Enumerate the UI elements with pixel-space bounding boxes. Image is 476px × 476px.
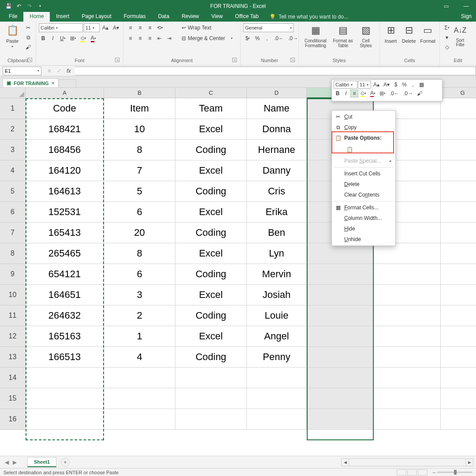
column-header-C[interactable]: C bbox=[175, 88, 247, 98]
row-header-16[interactable]: 16 bbox=[0, 409, 26, 430]
enter-icon[interactable]: ✓ bbox=[55, 67, 63, 75]
ctx-format-cells[interactable]: ▦Format Cells... bbox=[332, 202, 395, 213]
spreadsheet-grid[interactable]: ABCDEFG1CodeItemTeamName216842110ExcelDo… bbox=[0, 88, 476, 451]
cell-C13[interactable]: Coding bbox=[175, 347, 247, 368]
currency-icon[interactable]: $▾ bbox=[243, 34, 252, 43]
cell-G10[interactable] bbox=[441, 285, 476, 305]
format-painter-icon[interactable]: 🖌 bbox=[24, 43, 33, 52]
format-painter-icon[interactable]: 🖌 bbox=[415, 89, 424, 97]
cell-G4[interactable] bbox=[441, 160, 476, 181]
cell-styles-button[interactable]: ▧ Cell Styles bbox=[356, 23, 376, 48]
cell-E8[interactable] bbox=[307, 243, 374, 264]
ctx-hide[interactable]: Hide bbox=[332, 223, 395, 234]
cell-D1[interactable]: Name bbox=[247, 98, 307, 119]
sheet-tab-active[interactable]: Sheet1 bbox=[27, 457, 56, 467]
formula-input[interactable] bbox=[75, 67, 476, 75]
cut-icon[interactable]: ✂ bbox=[24, 23, 33, 32]
cell-A2[interactable]: 168421 bbox=[26, 119, 104, 140]
font-name-combo[interactable]: Calibri▾ bbox=[39, 23, 83, 32]
increase-decimal-icon[interactable]: .0← bbox=[272, 34, 286, 43]
cell-C7[interactable]: Coding bbox=[175, 223, 247, 243]
cell-D4[interactable]: Danny bbox=[247, 160, 307, 181]
cell-B11[interactable]: 2 bbox=[104, 305, 175, 326]
tab-home[interactable]: Home bbox=[23, 12, 50, 22]
format-as-table-button[interactable]: ▤ Format as Table bbox=[331, 23, 354, 48]
tab-view[interactable]: View bbox=[205, 12, 229, 22]
insert-button[interactable]: ⊞Insert bbox=[383, 23, 399, 44]
cell-A7[interactable]: 165413 bbox=[26, 223, 104, 243]
autosum-icon[interactable]: Σ▾ bbox=[443, 23, 451, 32]
cell-B16[interactable] bbox=[104, 409, 175, 430]
ctx-clear-contents[interactable]: Clear Contents bbox=[332, 190, 395, 200]
cell-C14[interactable] bbox=[175, 368, 247, 388]
cell-G5[interactable] bbox=[441, 181, 476, 202]
row-header-4[interactable]: 4 bbox=[0, 160, 26, 181]
launcher-icon[interactable]: ↘ bbox=[232, 58, 237, 62]
cell-G8[interactable] bbox=[441, 243, 476, 264]
cell-G6[interactable] bbox=[441, 202, 476, 223]
cell-A4[interactable]: 164120 bbox=[26, 160, 104, 181]
comma-icon[interactable]: , bbox=[263, 34, 271, 43]
orientation-icon[interactable]: ⟲▾ bbox=[155, 23, 165, 32]
paste-option-default[interactable]: 📋 bbox=[344, 144, 355, 155]
cell-D14[interactable] bbox=[247, 368, 307, 388]
format-button[interactable]: ▭Format bbox=[419, 23, 437, 44]
row-header-2[interactable]: 2 bbox=[0, 119, 26, 140]
cell-C3[interactable]: Coding bbox=[175, 140, 247, 160]
cell-E15[interactable] bbox=[307, 388, 374, 409]
cancel-icon[interactable]: ✕ bbox=[45, 67, 54, 75]
mini-font-combo[interactable]: Calibri▾ bbox=[334, 81, 357, 89]
font-color-icon[interactable]: A▾ bbox=[368, 89, 377, 97]
launcher-icon[interactable]: ↘ bbox=[28, 58, 32, 62]
clear-icon[interactable]: ◇ bbox=[443, 43, 451, 52]
cell-A14[interactable] bbox=[26, 368, 104, 388]
font-color-icon[interactable]: A▾ bbox=[89, 34, 98, 43]
cell-F15[interactable] bbox=[374, 388, 441, 409]
ctx-unhide[interactable]: Unhide bbox=[332, 234, 395, 245]
cell-A16[interactable] bbox=[26, 409, 104, 430]
cell-E13[interactable] bbox=[307, 347, 374, 368]
ribbon-options-icon[interactable]: ▭ bbox=[436, 0, 456, 12]
cell-B14[interactable] bbox=[104, 368, 175, 388]
cell-D13[interactable]: Penny bbox=[247, 347, 307, 368]
page-layout-view-icon[interactable] bbox=[407, 469, 417, 476]
row-header-9[interactable]: 9 bbox=[0, 264, 26, 285]
cell-E11[interactable] bbox=[307, 305, 374, 326]
align-right-icon[interactable]: ≡ bbox=[145, 34, 154, 43]
number-format-combo[interactable]: General▾ bbox=[243, 23, 294, 32]
cell-C8[interactable]: Excel bbox=[175, 243, 247, 264]
cell-A1[interactable]: Code bbox=[26, 98, 104, 119]
select-all-corner[interactable] bbox=[0, 88, 26, 98]
column-header-D[interactable]: D bbox=[247, 88, 307, 98]
cell-C15[interactable] bbox=[175, 388, 247, 409]
row-header-15[interactable]: 15 bbox=[0, 388, 26, 409]
delete-button[interactable]: ⊟Delete bbox=[401, 23, 417, 44]
cell-E12[interactable] bbox=[307, 326, 374, 347]
cell-C6[interactable]: Excel bbox=[175, 202, 247, 223]
sheet-nav-prev-icon[interactable]: ◀ bbox=[3, 459, 11, 465]
conditional-formatting-button[interactable]: ▦ Conditional Formatting bbox=[301, 23, 330, 48]
italic-button[interactable]: I bbox=[342, 89, 350, 97]
bold-button[interactable]: B bbox=[334, 89, 342, 97]
decrease-decimal-icon[interactable]: .0→ bbox=[402, 89, 415, 97]
cell-D3[interactable]: Hernane bbox=[247, 140, 307, 160]
row-header-8[interactable]: 8 bbox=[0, 243, 26, 264]
format-cells-icon[interactable]: ▦ bbox=[417, 81, 426, 89]
cell-G7[interactable] bbox=[441, 223, 476, 243]
tab-review[interactable]: Review bbox=[175, 12, 205, 22]
cell-G16[interactable] bbox=[441, 409, 476, 430]
cell-A8[interactable]: 265465 bbox=[26, 243, 104, 264]
grow-font-icon[interactable]: A▴ bbox=[372, 81, 381, 89]
cell-C9[interactable]: Coding bbox=[175, 264, 247, 285]
launcher-icon[interactable]: ↘ bbox=[290, 58, 295, 62]
cell-A12[interactable]: 165163 bbox=[26, 326, 104, 347]
cell-D15[interactable] bbox=[247, 388, 307, 409]
cell-A13[interactable]: 166513 bbox=[26, 347, 104, 368]
undo-icon[interactable]: ↶ bbox=[14, 1, 24, 11]
cell-B9[interactable]: 6 bbox=[104, 264, 175, 285]
paste-button[interactable]: 📋 Paste ▾ bbox=[3, 23, 22, 48]
cell-C12[interactable]: Excel bbox=[175, 326, 247, 347]
zoom-slider[interactable]: − bbox=[433, 470, 472, 475]
indent-decrease-icon[interactable]: ⇤ bbox=[155, 34, 164, 43]
align-left-icon[interactable]: ≡ bbox=[126, 34, 135, 43]
